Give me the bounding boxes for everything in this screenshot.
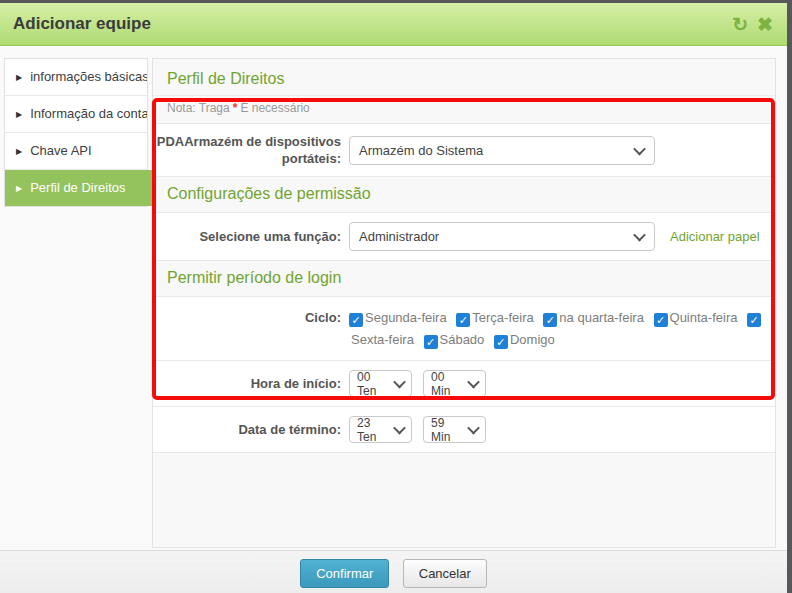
sidebar-item-label: Perfil de Direitos xyxy=(30,180,125,195)
caret-right-icon: ▶ xyxy=(16,147,22,156)
weekday-label: Sexta-feira xyxy=(351,332,414,347)
start-minute-select[interactable]: 00 Min xyxy=(423,370,486,397)
modal-title: Adicionar equipe xyxy=(13,14,151,34)
login-period-heading: Permitir período de login xyxy=(153,260,775,296)
start-hour-select[interactable]: 00 Ten xyxy=(349,370,412,397)
role-select-value: Administrador xyxy=(359,229,439,244)
weekday-checkbox[interactable]: ✓ xyxy=(456,313,470,327)
sidebar-item-label: informações básicas xyxy=(30,69,147,84)
sidebar-item-chave-api[interactable]: ▶Chave API xyxy=(5,133,147,170)
chevron-down-icon xyxy=(393,376,406,389)
page-background-top-edge xyxy=(0,0,792,3)
end-time-row: Data de término: 23 Ten 59 Min xyxy=(153,406,775,453)
panel-title: Perfil de Direitos xyxy=(153,59,775,96)
note-prefix: Nota: Traga xyxy=(167,101,230,115)
note-suffix: É necessário xyxy=(240,101,309,115)
weekday-checkbox[interactable]: ✓ xyxy=(494,335,508,349)
confirm-button[interactable]: Confirmar xyxy=(300,559,389,588)
modal-header: Adicionar equipe ↻ ✖ xyxy=(0,3,787,46)
refresh-icon[interactable]: ↻ xyxy=(732,15,748,34)
pda-warehouse-select-value: Armazém do Sistema xyxy=(359,143,483,158)
chevron-down-icon xyxy=(633,229,646,242)
weekday-label: Quinta-feira xyxy=(670,310,738,325)
chevron-down-icon xyxy=(467,422,480,435)
weekday-label: Terça-feira xyxy=(472,310,533,325)
sidebar-item-label: Informação da conta xyxy=(30,106,147,121)
weekday-label: Sábado xyxy=(440,332,485,347)
start-hour-value: 00 Ten xyxy=(357,370,389,398)
pda-warehouse-label: PDAArmazém de dispositivos portáteis: xyxy=(153,133,341,167)
sidebar-item-label: Chave API xyxy=(30,143,91,158)
end-hour-value: 23 Ten xyxy=(357,416,389,444)
start-minute-value: 00 Min xyxy=(431,370,463,398)
sidebar-item-perfil-de-direitos[interactable]: ▶Perfil de Direitos xyxy=(5,170,176,206)
sidebar-nav: ▶informações básicas▶Informação da conta… xyxy=(4,58,148,207)
end-time-label: Data de término: xyxy=(153,421,341,438)
chevron-down-icon xyxy=(633,142,646,155)
cycle-label: Ciclo: xyxy=(153,306,341,326)
pda-warehouse-row: PDAArmazém de dispositivos portáteis: Ar… xyxy=(153,123,775,177)
end-minute-value: 59 Min xyxy=(431,416,463,444)
role-row: Selecione uma função: Administrador Adic… xyxy=(153,212,775,261)
weekday-checkbox[interactable]: ✓ xyxy=(349,313,363,327)
weekday-label: na quarta-feira xyxy=(559,310,644,325)
sidebar-item-informacao-da-conta[interactable]: ▶Informação da conta xyxy=(5,96,147,133)
permission-settings-heading: Configurações de permissão xyxy=(153,176,775,212)
required-note: Nota: Traga*É necessário xyxy=(153,96,775,123)
end-hour-select[interactable]: 23 Ten xyxy=(349,416,412,443)
weekday-checkbox[interactable]: ✓ xyxy=(543,313,557,327)
weekday-checkbox[interactable]: ✓ xyxy=(654,313,668,327)
cancel-button[interactable]: Cancelar xyxy=(403,559,487,588)
start-time-row: Hora de início: 00 Ten 00 Min xyxy=(153,360,775,407)
pda-warehouse-select[interactable]: Armazém do Sistema xyxy=(349,136,655,165)
role-select[interactable]: Administrador xyxy=(349,222,655,251)
end-minute-select[interactable]: 59 Min xyxy=(423,416,486,443)
weekday-label: Segunda-feira xyxy=(365,310,447,325)
weekday-label: Domigo xyxy=(510,332,555,347)
rights-profile-panel: Perfil de Direitos Nota: Traga*É necessá… xyxy=(152,58,776,548)
caret-right-icon: ▶ xyxy=(16,110,22,119)
chevron-down-icon xyxy=(467,376,480,389)
weekday-checkbox[interactable]: ✓ xyxy=(747,313,761,327)
caret-right-icon: ▶ xyxy=(16,73,22,82)
weekday-checkbox[interactable]: ✓ xyxy=(424,335,438,349)
modal-footer: Confirmar Cancelar xyxy=(0,550,787,593)
cycle-row: Ciclo: ✓Segunda-feira ✓Terça-feira ✓na q… xyxy=(153,296,775,361)
close-icon[interactable]: ✖ xyxy=(757,15,773,34)
page-background-right-edge xyxy=(787,0,792,593)
caret-right-icon: ▶ xyxy=(16,184,22,193)
required-asterisk: * xyxy=(233,101,238,115)
add-role-link[interactable]: Adicionar papel xyxy=(670,229,760,244)
start-time-label: Hora de início: xyxy=(153,375,341,392)
role-label: Selecione uma função: xyxy=(153,228,341,245)
weekday-checkbox-group: ✓Segunda-feira ✓Terça-feira ✓na quarta-f… xyxy=(349,306,761,351)
sidebar-item-informacoes-basicas[interactable]: ▶informações básicas xyxy=(5,59,147,96)
header-icons: ↻ ✖ xyxy=(732,15,773,34)
chevron-down-icon xyxy=(393,422,406,435)
